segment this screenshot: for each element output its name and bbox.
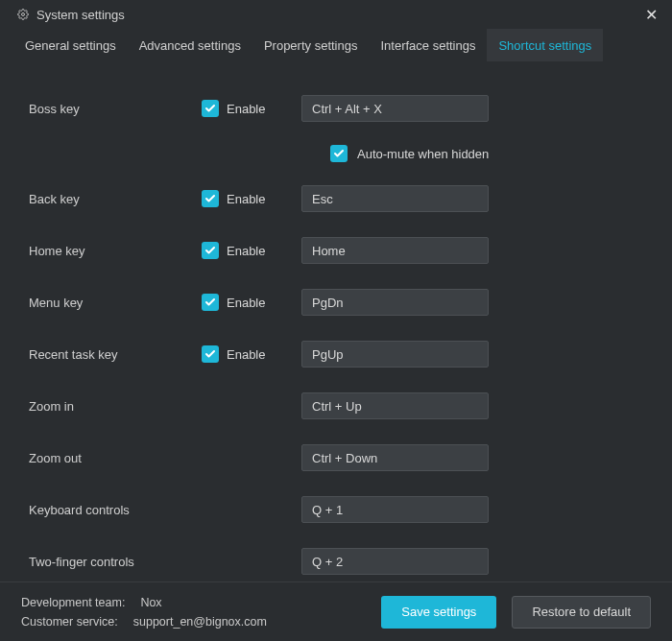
customer-service-label: Customer service: — [21, 615, 118, 629]
row-home-key: Home key Enable — [0, 225, 672, 276]
restore-button[interactable]: Restore to default — [512, 596, 651, 629]
input-zoom-in[interactable] — [301, 392, 489, 419]
input-keyboard-controls[interactable] — [301, 496, 489, 523]
enable-label: Enable — [227, 347, 265, 362]
label-back-key: Back key — [29, 192, 202, 206]
window-title: System settings — [36, 8, 125, 22]
input-home-key[interactable] — [301, 237, 489, 264]
input-two-finger-controls[interactable] — [301, 548, 489, 575]
dev-team-value: Nox — [140, 596, 161, 609]
row-keyboard-controls: Keyboard controls — [0, 484, 672, 535]
footer: Development team: Nox Customer service: … — [0, 582, 672, 641]
enable-label: Enable — [227, 296, 265, 310]
tab-advanced[interactable]: Advanced settings — [128, 29, 252, 61]
row-two-finger-controls: Two-finger controls — [0, 535, 672, 587]
row-boss-key: Boss key Enable — [0, 83, 672, 134]
row-zoom-in: Zoom in — [0, 380, 672, 432]
close-icon[interactable]: ✕ — [641, 6, 660, 24]
enable-label: Enable — [227, 192, 265, 206]
row-zoom-out: Zoom out — [0, 432, 672, 484]
input-boss-key[interactable] — [301, 95, 489, 122]
row-auto-mute: Auto-mute when hidden — [0, 134, 672, 173]
dev-team-label: Development team: — [21, 596, 125, 609]
label-auto-mute: Auto-mute when hidden — [357, 147, 489, 161]
shortcut-panel: Boss key Enable Auto-mute when hidden Ba… — [0, 61, 672, 587]
input-menu-key[interactable] — [301, 289, 489, 316]
label-recent-task-key: Recent task key — [29, 347, 202, 362]
gear-icon — [17, 9, 29, 20]
titlebar: System settings ✕ — [0, 0, 672, 29]
svg-point-0 — [22, 13, 25, 16]
label-menu-key: Menu key — [29, 296, 202, 310]
tab-shortcut[interactable]: Shortcut settings — [487, 29, 603, 61]
save-button[interactable]: Save settings — [381, 596, 496, 629]
input-back-key[interactable] — [301, 185, 489, 212]
tab-property[interactable]: Property settings — [252, 29, 370, 61]
row-recent-task-key: Recent task key Enable — [0, 328, 672, 380]
tab-general[interactable]: General settings — [13, 29, 128, 61]
row-back-key: Back key Enable — [0, 173, 672, 225]
enable-label: Enable — [227, 102, 265, 116]
input-zoom-out[interactable] — [301, 444, 489, 471]
label-keyboard-controls: Keyboard controls — [29, 503, 202, 517]
checkbox-recent-task-enable[interactable] — [202, 345, 219, 363]
label-zoom-out: Zoom out — [29, 451, 202, 465]
tab-interface[interactable]: Interface settings — [369, 29, 487, 61]
checkbox-boss-key-enable[interactable] — [202, 100, 219, 117]
enable-label: Enable — [227, 244, 265, 258]
label-two-finger-controls: Two-finger controls — [29, 555, 202, 569]
footer-info: Development team: Nox Customer service: … — [21, 596, 267, 629]
label-home-key: Home key — [29, 244, 202, 258]
checkbox-menu-key-enable[interactable] — [202, 294, 219, 311]
label-boss-key: Boss key — [29, 102, 202, 116]
checkbox-back-key-enable[interactable] — [202, 190, 219, 207]
row-menu-key: Menu key Enable — [0, 276, 672, 328]
checkbox-auto-mute[interactable] — [330, 145, 348, 162]
label-zoom-in: Zoom in — [29, 399, 202, 414]
checkbox-home-key-enable[interactable] — [202, 242, 219, 259]
customer-service-value: support_en@bignox.com — [133, 615, 267, 629]
input-recent-task-key[interactable] — [301, 341, 489, 368]
tab-bar: General settings Advanced settings Prope… — [0, 29, 672, 61]
